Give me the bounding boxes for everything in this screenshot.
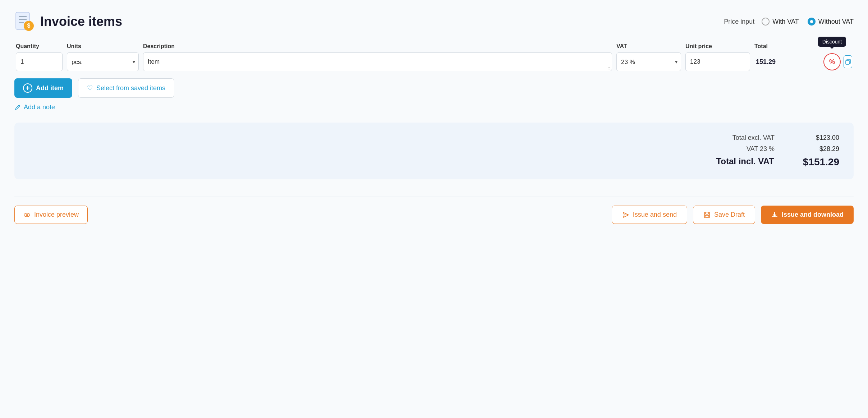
vat-radio-group: With VAT Without VAT	[762, 18, 854, 26]
add-note-link[interactable]: Add a note	[14, 104, 854, 111]
send-icon	[622, 211, 629, 219]
add-item-label: Add item	[36, 84, 64, 92]
vat-row: VAT 23 % $28.29	[29, 145, 839, 153]
col-vat: VAT	[616, 43, 681, 50]
svg-rect-13	[705, 215, 709, 217]
svg-rect-12	[706, 212, 708, 214]
description-wrapper: ⠿	[143, 52, 612, 71]
col-total: Total	[754, 43, 819, 50]
add-note-label: Add a note	[24, 104, 55, 111]
select-saved-label: Select from saved items	[96, 84, 165, 92]
issue-send-label: Issue and send	[633, 211, 677, 219]
discount-tooltip: Discount	[818, 37, 846, 47]
description-input[interactable]	[143, 52, 612, 71]
units-select[interactable]: pcs. hrs. kg m l	[67, 52, 139, 71]
save-icon	[703, 211, 711, 219]
vat-row-label: VAT 23 %	[695, 145, 775, 153]
preview-label: Invoice preview	[34, 211, 79, 219]
with-vat-option[interactable]: With VAT	[762, 18, 799, 26]
page-wrapper: $ Invoice items Price input With VAT Wit…	[14, 12, 854, 418]
footer-left: Invoice preview	[14, 206, 88, 224]
without-vat-radio[interactable]	[808, 18, 816, 26]
with-vat-radio[interactable]	[762, 18, 770, 26]
col-quantity: Quantity	[16, 43, 63, 50]
title-group: $ Invoice items	[14, 12, 122, 32]
vat-select[interactable]: 0 % 5 % 8 % 23 %	[616, 52, 681, 71]
invoice-preview-button[interactable]: Invoice preview	[14, 206, 88, 224]
col-unit-price: Unit price	[685, 43, 750, 50]
save-draft-label: Save Draft	[714, 211, 745, 219]
vat-select-wrapper: 0 % 5 % 8 % 23 % ▾	[616, 52, 681, 71]
vat-row-value: $28.29	[803, 145, 839, 153]
table-header: Quantity Units Description VAT Unit pric…	[14, 43, 854, 50]
download-icon	[771, 211, 778, 219]
price-input-group: Price input With VAT Without VAT	[724, 18, 854, 26]
actions-row: + Add item ♡ Select from saved items	[14, 78, 854, 98]
plus-icon: +	[23, 83, 32, 93]
total-incl-value: $151.29	[803, 156, 839, 168]
resize-handle-icon: ⠿	[607, 66, 611, 70]
select-saved-button[interactable]: ♡ Select from saved items	[78, 78, 174, 98]
header-row: $ Invoice items Price input With VAT Wit…	[14, 12, 854, 32]
total-excl-value: $123.00	[803, 134, 839, 142]
total-excl-label: Total excl. VAT	[695, 134, 775, 142]
with-vat-label: With VAT	[772, 18, 799, 26]
without-vat-label: Without VAT	[818, 18, 854, 26]
issue-download-button[interactable]: Issue and download	[761, 206, 854, 224]
add-item-button[interactable]: + Add item	[14, 78, 72, 98]
total-excl-row: Total excl. VAT $123.00	[29, 134, 839, 142]
without-vat-option[interactable]: Without VAT	[808, 18, 854, 26]
svg-point-8	[26, 214, 28, 216]
invoice-icon: $	[14, 12, 35, 32]
svg-rect-6	[846, 60, 849, 64]
total-value: 151.29	[754, 58, 819, 66]
save-draft-button[interactable]: Save Draft	[693, 206, 755, 224]
total-incl-row: Total incl. VAT $151.29	[29, 156, 839, 168]
col-units: Units	[67, 43, 139, 50]
total-incl-label: Total incl. VAT	[695, 156, 774, 168]
eye-icon	[23, 211, 31, 219]
footer: Invoice preview Issue and send Save Draf…	[14, 197, 854, 235]
issue-send-button[interactable]: Issue and send	[612, 206, 687, 224]
quantity-input[interactable]	[16, 52, 63, 71]
units-select-wrapper: pcs. hrs. kg m l ▾	[67, 52, 139, 71]
issue-download-label: Issue and download	[782, 211, 844, 219]
svg-text:$: $	[27, 23, 31, 29]
footer-right: Issue and send Save Draft Issue and down…	[612, 206, 854, 224]
copy-item-button[interactable]	[844, 55, 852, 68]
svg-point-7	[24, 213, 30, 217]
heart-icon: ♡	[87, 84, 93, 92]
unit-price-input[interactable]	[685, 52, 750, 71]
discount-button[interactable]: %	[823, 53, 841, 70]
summary-box: Total excl. VAT $123.00 VAT 23 % $28.29 …	[14, 123, 854, 179]
table-row: pcs. hrs. kg m l ▾ ⠿ 0 % 5 % 8 % 23 % ▾	[14, 52, 854, 71]
col-description: Description	[143, 43, 612, 50]
discount-area: Discount %	[823, 53, 852, 70]
price-input-label: Price input	[724, 18, 754, 26]
page-title: Invoice items	[40, 14, 122, 29]
